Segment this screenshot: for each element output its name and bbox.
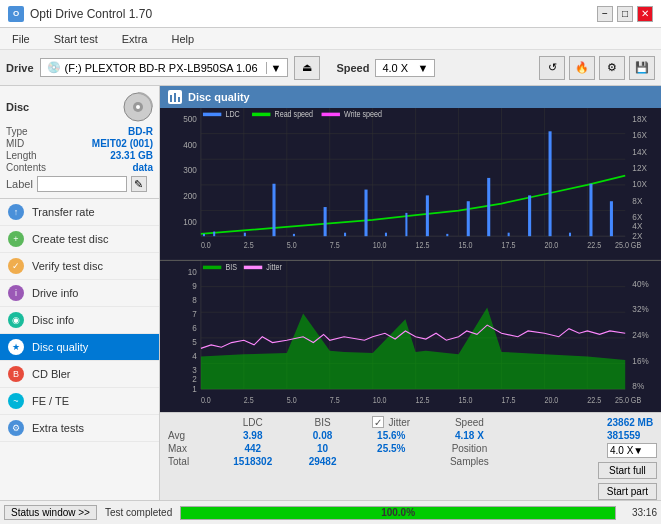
sidebar-item-disc-info[interactable]: ◉ Disc info [0, 307, 159, 334]
svg-text:Read speed: Read speed [275, 110, 314, 120]
svg-text:8X: 8X [632, 195, 642, 206]
disc-panel-title: Disc [6, 101, 29, 113]
bottom-chart-svg: 10 9 8 7 6 5 4 3 2 1 40% 32% 24% 16% 8% [160, 261, 661, 413]
close-button[interactable]: ✕ [637, 6, 653, 22]
progress-text: 100.0% [181, 507, 615, 519]
drive-info-icon: i [8, 285, 24, 301]
speed-select-stats[interactable]: 4.0 X ▼ [607, 443, 657, 458]
titlebar-controls[interactable]: − □ ✕ [597, 6, 653, 22]
sidebar-item-verify-test-disc[interactable]: ✓ Verify test disc [0, 253, 159, 280]
svg-rect-24 [244, 233, 246, 236]
sidebar-item-extra-tests[interactable]: ⚙ Extra tests [0, 415, 159, 442]
eject-button[interactable]: ⏏ [294, 56, 320, 80]
disc-type-row: Type BD-R [6, 126, 153, 137]
main-area: Disc Type BD-R MID MEIT02 (001) Length 2… [0, 86, 661, 500]
sidebar: Disc Type BD-R MID MEIT02 (001) Length 2… [0, 86, 160, 500]
svg-rect-27 [324, 207, 327, 236]
menu-file[interactable]: File [8, 32, 34, 46]
svg-rect-22 [203, 234, 205, 236]
sidebar-item-transfer-rate[interactable]: ↑ Transfer rate [0, 199, 159, 226]
svg-rect-118 [244, 265, 262, 268]
svg-text:7.5: 7.5 [330, 395, 340, 405]
total-jitter [353, 455, 430, 468]
svg-rect-37 [528, 195, 531, 236]
svg-text:BIS: BIS [225, 262, 237, 272]
start-full-button[interactable]: Start full [598, 462, 657, 479]
svg-text:400: 400 [183, 139, 197, 150]
max-ldc: 442 [213, 442, 292, 455]
menu-extra[interactable]: Extra [118, 32, 152, 46]
svg-rect-4 [174, 93, 176, 102]
start-buttons: Start full Start part [598, 462, 657, 500]
svg-text:200: 200 [183, 190, 197, 201]
drive-select[interactable]: 💿 (F:) PLEXTOR BD-R PX-LB950SA 1.06 ▼ [40, 58, 289, 77]
status-window-button[interactable]: Status window >> [4, 505, 97, 520]
svg-text:Write speed: Write speed [344, 110, 382, 120]
minimize-button[interactable]: − [597, 6, 613, 22]
disc-contents-row: Contents data [6, 162, 153, 173]
svg-text:2X: 2X [632, 230, 642, 241]
save-button[interactable]: 💾 [629, 56, 655, 80]
chart-title: Disc quality [188, 91, 250, 103]
svg-text:9: 9 [192, 280, 197, 291]
svg-text:20.0: 20.0 [544, 395, 558, 405]
svg-text:7: 7 [192, 308, 197, 319]
disc-label-icon-btn[interactable]: ✎ [131, 176, 147, 192]
max-jitter: 25.5% [353, 442, 430, 455]
col-header-ldc: LDC [213, 415, 292, 429]
maximize-button[interactable]: □ [617, 6, 633, 22]
svg-rect-67 [203, 113, 221, 116]
svg-text:12X: 12X [632, 162, 647, 173]
svg-text:1: 1 [192, 383, 197, 394]
sidebar-item-fe-te[interactable]: ~ FE / TE [0, 388, 159, 415]
max-label: Max [164, 442, 213, 455]
create-test-disc-icon: + [8, 231, 24, 247]
sidebar-item-label: Disc quality [32, 341, 88, 353]
svg-text:16X: 16X [632, 130, 647, 141]
avg-speed: 4.18 X [430, 429, 509, 442]
sidebar-item-disc-quality[interactable]: ★ Disc quality [0, 334, 159, 361]
burn-button[interactable]: 🔥 [569, 56, 595, 80]
svg-rect-31 [405, 213, 407, 236]
sidebar-item-create-test-disc[interactable]: + Create test disc [0, 226, 159, 253]
position-samples: 23862 MB 381559 4.0 X ▼ [607, 417, 657, 458]
svg-text:10: 10 [188, 266, 197, 277]
sidebar-item-label: CD Bler [32, 368, 71, 380]
refresh-button[interactable]: ↺ [539, 56, 565, 80]
disc-length-row: Length 23.31 GB [6, 150, 153, 161]
svg-rect-41 [610, 201, 613, 236]
speed-value: 4.0 X [382, 62, 413, 74]
svg-point-2 [136, 105, 140, 109]
svg-text:15.0: 15.0 [459, 240, 473, 250]
drive-dropdown-arrow: ▼ [266, 62, 282, 74]
disc-label-input[interactable] [37, 176, 127, 192]
sidebar-item-cd-bler[interactable]: B CD Bler [0, 361, 159, 388]
chart-bottom: 10 9 8 7 6 5 4 3 2 1 40% 32% 24% 16% 8% [160, 261, 661, 413]
svg-text:10.0: 10.0 [373, 395, 387, 405]
menu-help[interactable]: Help [167, 32, 198, 46]
svg-text:8%: 8% [632, 380, 644, 391]
stats-bar: LDC BIS ✓ Jitter Speed [160, 412, 661, 500]
svg-rect-116 [203, 265, 221, 268]
avg-bis: 0.08 [292, 429, 352, 442]
titlebar: O Opti Drive Control 1.70 − □ ✕ [0, 0, 661, 28]
svg-text:25.0 GB: 25.0 GB [615, 240, 641, 250]
speed-select[interactable]: 4.0 X ▼ [375, 59, 435, 77]
speed-row: 4.0 X ▼ [607, 443, 657, 458]
start-part-button[interactable]: Start part [598, 483, 657, 500]
settings-button[interactable]: ⚙ [599, 56, 625, 80]
jitter-checkbox[interactable]: ✓ [372, 416, 384, 428]
sidebar-item-label: Extra tests [32, 422, 84, 434]
samples-value: 381559 [607, 430, 640, 441]
drive-icon: 💿 [47, 61, 61, 74]
disc-label-row: Label ✎ [6, 176, 153, 192]
svg-text:22.5: 22.5 [587, 240, 601, 250]
svg-rect-32 [426, 195, 429, 236]
sidebar-item-drive-info[interactable]: i Drive info [0, 280, 159, 307]
sidebar-item-label: Disc info [32, 314, 74, 326]
svg-text:20.0: 20.0 [544, 240, 558, 250]
sidebar-item-label: Create test disc [32, 233, 108, 245]
menu-start-test[interactable]: Start test [50, 32, 102, 46]
top-chart-svg: 500 400 300 200 100 18X 16X 14X 12X 10X … [160, 108, 661, 260]
svg-text:LDC: LDC [225, 110, 240, 120]
